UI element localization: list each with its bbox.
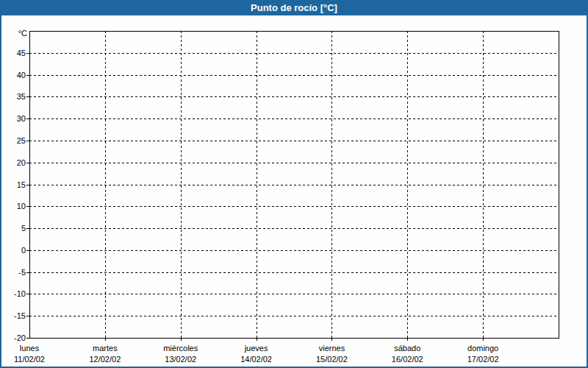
x-date-label: 12/02/02 bbox=[89, 355, 121, 364]
y-tick-label: 0 bbox=[21, 246, 26, 255]
x-date-label: 15/02/02 bbox=[316, 355, 348, 364]
x-day-label: martes bbox=[93, 344, 118, 353]
y-tick-label: 35 bbox=[17, 92, 26, 101]
y-tick-label: 10 bbox=[17, 202, 26, 210]
x-day-label: lunes bbox=[20, 344, 40, 353]
y-tick-label: 15 bbox=[17, 180, 26, 189]
x-day-label: jueves bbox=[244, 344, 268, 353]
dew-point-chart-window: Punto de rocío [°C] 454035302520151050-5… bbox=[0, 0, 588, 368]
y-tick-label: -10 bbox=[14, 289, 26, 298]
y-tick-label: 20 bbox=[17, 158, 26, 167]
dew-point-chart-plot: 454035302520151050-5-10-15-20°Clunes11/0… bbox=[0, 0, 588, 368]
chart-title: Punto de rocío [°C] bbox=[251, 2, 337, 13]
chart-title-bar: Punto de rocío [°C] bbox=[0, 0, 588, 15]
y-tick-label: 40 bbox=[17, 71, 26, 79]
x-date-label: 13/02/02 bbox=[165, 355, 196, 364]
x-day-label: viernes bbox=[319, 344, 345, 353]
x-date-label: 16/02/02 bbox=[392, 355, 423, 364]
y-tick-label: 5 bbox=[21, 224, 26, 233]
y-axis-unit-label: °C bbox=[18, 29, 27, 38]
y-tick-label: -20 bbox=[14, 333, 26, 342]
x-date-label: 11/02/02 bbox=[14, 355, 45, 364]
plot-border bbox=[29, 31, 559, 338]
x-day-label: sábado bbox=[394, 344, 420, 353]
y-tick-label: -15 bbox=[14, 311, 26, 320]
x-date-label: 17/02/02 bbox=[467, 355, 499, 364]
x-day-label: domingo bbox=[467, 344, 498, 353]
y-tick-label: 45 bbox=[17, 49, 26, 57]
x-day-label: miércoles bbox=[163, 344, 198, 353]
x-date-label: 14/02/02 bbox=[240, 355, 272, 364]
y-tick-label: 25 bbox=[17, 136, 26, 145]
y-tick-label: -5 bbox=[18, 268, 26, 277]
y-tick-label: 30 bbox=[17, 114, 26, 123]
